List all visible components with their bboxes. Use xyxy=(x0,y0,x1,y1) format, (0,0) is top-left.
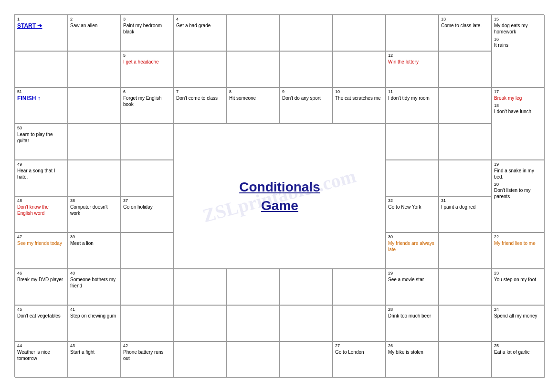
board-cell xyxy=(68,124,121,160)
board-cell: 3Paint my bedroom black xyxy=(121,15,174,51)
board-cell xyxy=(227,51,280,87)
board-cell xyxy=(333,51,386,87)
board-cell xyxy=(280,341,333,378)
board-cell: 15My dog eats my homework16It rains xyxy=(492,15,545,87)
board-cell xyxy=(227,269,280,305)
board-cell: 24Spend all my money xyxy=(492,305,545,341)
board-cell xyxy=(280,51,333,87)
board-cell xyxy=(439,51,492,87)
board-cell: 30My friends are always late xyxy=(386,233,439,269)
board-cell: 13Come to class late. xyxy=(439,15,492,51)
board-cell: 28Drink too much beer xyxy=(386,305,439,341)
board-cell: 25Eat a lot of garlic xyxy=(492,341,545,378)
board-cell: 27Go to London xyxy=(333,341,386,378)
board-cell: 4Get a bad grade xyxy=(174,15,227,51)
board-cell: 1START ➔ xyxy=(15,15,68,51)
board-cell xyxy=(68,51,121,87)
board-cell: 39Meet a lion xyxy=(68,233,121,269)
board-cell: 7Don't come to class xyxy=(174,87,227,124)
board-cell xyxy=(121,124,174,160)
board-cell xyxy=(439,269,492,305)
board-cell xyxy=(68,87,121,124)
board-cell xyxy=(280,305,333,341)
board-cell xyxy=(174,51,227,87)
board-cell: 47See my friends today xyxy=(15,233,68,269)
board-cell: 11I don't tidy my room xyxy=(386,87,439,124)
board-cell xyxy=(15,51,68,87)
board-cell: 9Don't do any sport xyxy=(280,87,333,124)
board-cell: 19Find a snake in my bed.20Don't listen … xyxy=(492,160,545,233)
board-cell xyxy=(174,341,227,378)
board-cell: 23You step on my foot xyxy=(492,269,545,305)
board-cell xyxy=(439,124,492,160)
board-cell: 40Someone bothers my friend xyxy=(68,269,121,305)
board-cell: 6Forget my English book xyxy=(121,87,174,124)
board-cell: 48Don't know the English word xyxy=(15,196,68,233)
board-cell: 32Go to New York xyxy=(386,196,439,233)
board-cell: 8Hit someone xyxy=(227,87,280,124)
board-cell xyxy=(174,269,227,305)
board-cell xyxy=(174,305,227,341)
board-cell xyxy=(227,341,280,378)
game-title: ConditionalsGame xyxy=(174,124,386,269)
board-cell xyxy=(386,124,439,160)
board-cell: 12Win the lottery xyxy=(386,51,439,87)
board-cell xyxy=(68,160,121,196)
board-cell xyxy=(386,160,439,196)
board-cell: 50Learn to play the guitar xyxy=(15,124,68,160)
board-cell xyxy=(121,305,174,341)
board-cell xyxy=(280,269,333,305)
board-cell: 45Don't eat vegetables xyxy=(15,305,68,341)
board-cell xyxy=(439,233,492,269)
board-cell: 38Computer doesn't work xyxy=(68,196,121,233)
board-cell xyxy=(280,15,333,51)
board-cell: 22My friend lies to me xyxy=(492,233,545,269)
board-cell: 41Step on chewing gum xyxy=(68,305,121,341)
board-cell xyxy=(439,341,492,378)
board-cell xyxy=(333,305,386,341)
board-cell: 37Go on holiday xyxy=(121,196,174,233)
board-cell: 43Start a fight xyxy=(68,341,121,378)
game-board: 1START ➔2Saw an alien3Paint my bedroom b… xyxy=(14,14,544,377)
board-cell: 2Saw an alien xyxy=(68,15,121,51)
board-cell xyxy=(333,269,386,305)
board-cell xyxy=(333,15,386,51)
board-cell: 46Break my DVD player xyxy=(15,269,68,305)
board-cell: 10The cat scratches me xyxy=(333,87,386,124)
board-cell xyxy=(439,87,492,124)
board-cell xyxy=(386,15,439,51)
board-cell: 29See a movie star xyxy=(386,269,439,305)
board-cell xyxy=(227,15,280,51)
board-cell: 31I paint a dog red xyxy=(439,196,492,233)
board-cell xyxy=(439,160,492,196)
board-cell: 5I get a headache xyxy=(121,51,174,87)
board-cell: 26My bike is stolen xyxy=(386,341,439,378)
board-cell xyxy=(121,160,174,196)
board-cell xyxy=(121,269,174,305)
board-cell xyxy=(121,233,174,269)
board-cell: 49Hear a song that I hate. xyxy=(15,160,68,196)
board-cell: 42Phone battery runs out xyxy=(121,341,174,378)
board-cell: 17Break my leg18I don't have lunch xyxy=(492,87,545,160)
board-cell xyxy=(439,305,492,341)
board-cell: 51FINISH ↑ xyxy=(15,87,68,124)
board-cell xyxy=(227,305,280,341)
board-cell: 44Weather is nice tomorrow xyxy=(15,341,68,378)
